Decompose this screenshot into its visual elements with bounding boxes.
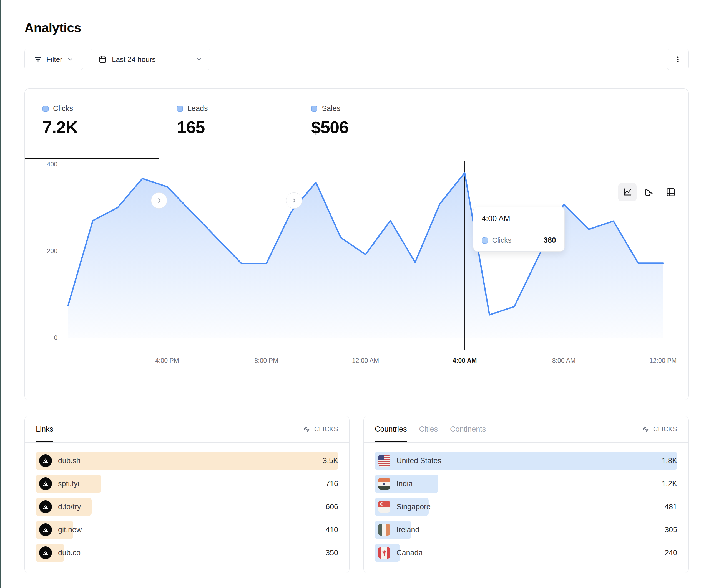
page-title: Analytics — [24, 0, 689, 35]
link-row[interactable]: git.new 410 — [36, 521, 338, 539]
leads-value: 165 — [177, 117, 293, 137]
link-value: 3.5K — [323, 452, 338, 470]
analytics-page: Analytics Filter Last 24 hours — [24, 0, 689, 573]
countries-panel: Countries Cities Continents CLICKS Uni — [363, 416, 689, 573]
country-value: 481 — [665, 498, 677, 516]
country-value: 1.8K — [662, 452, 677, 470]
link-row[interactable]: dub.sh 3.5K — [36, 452, 338, 470]
link-label: spti.fyi — [58, 479, 80, 488]
tooltip-series-swatch — [482, 238, 488, 244]
country-label: United States — [396, 456, 441, 465]
countries-metric[interactable]: CLICKS — [642, 426, 677, 433]
tab-clicks[interactable]: Clicks 7.2K — [25, 89, 159, 159]
sales-legend-swatch — [311, 106, 317, 112]
filter-icon — [34, 55, 42, 63]
svg-text:400: 400 — [47, 161, 58, 168]
country-label: Singapore — [396, 502, 431, 511]
tab-sales[interactable]: Sales $506 — [294, 89, 428, 159]
kebab-menu-icon — [674, 56, 681, 63]
country-label: Ireland — [396, 526, 419, 534]
links-list: dub.sh 3.5K spti.fyi 716 d.t — [25, 443, 349, 562]
date-range-button[interactable]: Last 24 hours — [90, 48, 211, 70]
links-panel: Links CLICKS dub.sh 3.5K — [24, 416, 349, 573]
country-row[interactable]: Singapore 481 — [375, 498, 677, 516]
cursor-click-icon — [642, 426, 650, 433]
stat-label: Leads — [187, 104, 208, 113]
country-row[interactable]: Ireland 305 — [375, 521, 677, 539]
dub-link-icon — [39, 454, 52, 467]
svg-text:200: 200 — [47, 247, 58, 255]
dub-link-icon — [39, 500, 52, 513]
country-value: 1.2K — [662, 475, 677, 493]
countries-list: United States 1.8K India 1.2K — [364, 443, 688, 562]
link-value: 716 — [326, 475, 338, 493]
date-range-label: Last 24 hours — [112, 55, 156, 64]
link-row[interactable]: dub.co 350 — [36, 544, 338, 562]
svg-text:12:00 AM: 12:00 AM — [352, 357, 379, 364]
clicks-value: 7.2K — [42, 117, 159, 137]
tooltip-series-label: Clicks — [492, 236, 511, 245]
country-row[interactable]: United States 1.8K — [375, 452, 677, 470]
link-value: 350 — [326, 544, 338, 562]
chart-tooltip: 4:00 AM Clicks 380 — [473, 207, 565, 252]
us-flag-icon — [378, 455, 390, 467]
country-row[interactable]: Canada 240 — [375, 544, 677, 562]
link-label: git.new — [58, 526, 82, 534]
analytics-chart-card: Clicks 7.2K Leads 165 Sales $506 — [24, 89, 689, 400]
india-flag-icon — [378, 478, 390, 490]
svg-text:0: 0 — [54, 334, 58, 341]
clicks-area-chart[interactable]: 02004004:00 PM8:00 PM12:00 AM4:00 AM8:00… — [25, 159, 688, 400]
chevron-down-icon — [196, 56, 202, 63]
chevron-down-icon — [67, 56, 73, 63]
dub-link-icon — [39, 523, 52, 536]
calendar-icon — [99, 55, 107, 64]
link-row[interactable]: spti.fyi 716 — [36, 475, 338, 493]
tooltip-time: 4:00 AM — [473, 207, 564, 229]
stat-label: Sales — [322, 104, 341, 113]
filter-button[interactable]: Filter — [24, 48, 83, 70]
country-row[interactable]: India 1.2K — [375, 475, 677, 493]
country-label: Canada — [396, 549, 423, 557]
canada-flag-icon — [378, 547, 390, 559]
links-metric[interactable]: CLICKS — [303, 426, 338, 433]
tab-links[interactable]: Links — [36, 416, 53, 443]
next-stat-button[interactable] — [151, 193, 167, 208]
svg-text:4:00 PM: 4:00 PM — [155, 357, 179, 364]
cursor-click-icon — [303, 426, 311, 433]
clicks-legend-swatch — [42, 106, 48, 112]
countries-panel-header: Countries Cities Continents CLICKS — [364, 416, 688, 443]
country-label: India — [396, 479, 413, 488]
link-label: d.to/try — [58, 502, 81, 511]
svg-text:8:00 AM: 8:00 AM — [552, 357, 576, 364]
filter-button-label: Filter — [46, 55, 62, 64]
country-value: 305 — [665, 521, 677, 539]
tab-countries[interactable]: Countries — [375, 416, 407, 443]
links-metric-label: CLICKS — [314, 426, 338, 433]
link-label: dub.sh — [58, 456, 81, 465]
svg-text:4:00 AM: 4:00 AM — [453, 357, 477, 364]
dub-link-icon — [39, 546, 52, 559]
dub-link-icon — [39, 477, 52, 490]
link-label: dub.co — [58, 549, 81, 557]
countries-metric-label: CLICKS — [653, 426, 677, 433]
toolbar: Filter Last 24 hours — [24, 48, 689, 70]
next-stat-button[interactable] — [286, 193, 302, 208]
svg-text:12:00 PM: 12:00 PM — [649, 357, 676, 364]
more-options-button[interactable] — [667, 48, 689, 70]
leads-legend-swatch — [177, 106, 183, 112]
window-edge-strip — [0, 0, 1, 588]
link-value: 606 — [326, 498, 338, 516]
ireland-flag-icon — [378, 524, 390, 536]
link-value: 410 — [326, 521, 338, 539]
sales-value: $506 — [311, 117, 428, 137]
link-row[interactable]: d.to/try 606 — [36, 498, 338, 516]
singapore-flag-icon — [378, 501, 390, 513]
stat-label: Clicks — [53, 104, 73, 113]
country-value: 240 — [665, 544, 677, 562]
stats-tabs: Clicks 7.2K Leads 165 Sales $506 — [25, 89, 688, 159]
tab-leads[interactable]: Leads 165 — [159, 89, 294, 159]
tab-cities[interactable]: Cities — [419, 416, 438, 443]
tab-continents[interactable]: Continents — [450, 416, 486, 443]
svg-text:8:00 PM: 8:00 PM — [255, 357, 278, 364]
links-panel-header: Links CLICKS — [25, 416, 349, 443]
